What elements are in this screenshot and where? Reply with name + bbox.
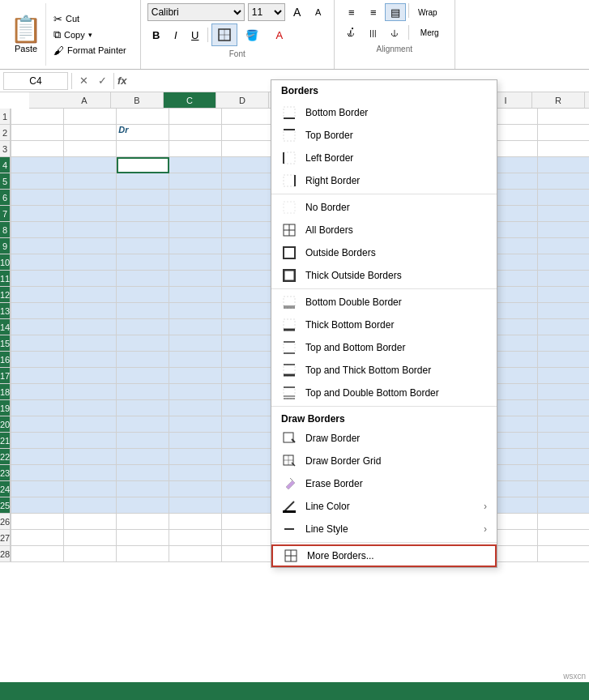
cell-r16-c3[interactable]	[169, 352, 222, 368]
cell-r16-c0[interactable]	[11, 352, 64, 368]
cell-r21-c1[interactable]	[64, 433, 117, 449]
cell-r24-c4[interactable]	[222, 481, 275, 497]
cell-r15-c4[interactable]	[222, 335, 275, 352]
cell-r11-c0[interactable]	[11, 271, 64, 287]
cell-r14-c1[interactable]	[64, 319, 117, 335]
cell-r18-c3[interactable]	[169, 384, 222, 400]
cell-r25-c4[interactable]	[222, 497, 275, 514]
top-border-item[interactable]: Top Border	[271, 124, 497, 147]
cell-r27-c3[interactable]	[169, 530, 222, 546]
cell-r22-c4[interactable]	[222, 449, 275, 465]
row-number-15[interactable]: 15	[0, 335, 11, 352]
draw-border-item[interactable]: Draw Border	[271, 427, 497, 450]
font-color-button[interactable]: A	[267, 23, 292, 46]
row-number-6[interactable]: 6	[0, 190, 11, 206]
cell-r3-c0[interactable]	[11, 141, 64, 157]
cell-r12-c0[interactable]	[11, 287, 64, 303]
cell-r23-c3[interactable]	[169, 465, 222, 481]
right-border-item[interactable]: Right Border	[271, 169, 497, 192]
cell-r23-c1[interactable]	[64, 465, 117, 481]
cell-r10-c2[interactable]	[117, 254, 169, 271]
cell-r6-c4[interactable]	[222, 190, 275, 206]
line-style-item[interactable]: Line Style ›	[271, 518, 497, 540]
cell-r16-c4[interactable]	[222, 352, 275, 368]
line-color-item[interactable]: Line Color ›	[271, 495, 497, 518]
col-header-R[interactable]: R	[532, 92, 585, 109]
col-header-B[interactable]: B	[111, 92, 164, 108]
cell-r23-c0[interactable]	[11, 465, 64, 481]
cell-r24-c3[interactable]	[169, 481, 222, 497]
cell-r7-c3[interactable]	[169, 206, 222, 222]
row-number-1[interactable]: 1	[0, 109, 11, 125]
cell-r12-c3[interactable]	[169, 287, 222, 303]
confirm-formula-button[interactable]: ✓	[94, 73, 110, 89]
top-double-bottom-border-item[interactable]: Top and Double Bottom Border	[271, 382, 497, 404]
cell-r8-c2[interactable]	[117, 222, 169, 238]
cell-r16-right-1[interactable]	[538, 352, 589, 368]
cell-r10-right-1[interactable]	[538, 254, 589, 271]
cell-r11-c2[interactable]	[117, 271, 169, 287]
cell-r17-c2[interactable]	[117, 368, 169, 384]
cell-r24-c1[interactable]	[64, 481, 117, 497]
cell-r27-c0[interactable]	[11, 530, 64, 546]
cell-r7-c1[interactable]	[64, 206, 117, 222]
cell-r24-c0[interactable]	[11, 481, 64, 497]
cell-r26-c1[interactable]	[64, 514, 117, 530]
cell-r24-c2[interactable]	[117, 481, 169, 497]
top-and-bottom-border-item[interactable]: Top and Bottom Border	[271, 336, 497, 359]
cell-r7-c0[interactable]	[11, 206, 64, 222]
font-size-select[interactable]: 11	[248, 3, 285, 21]
cell-r14-c4[interactable]	[222, 319, 275, 335]
cancel-formula-button[interactable]: ✕	[75, 73, 92, 89]
draw-border-grid-item[interactable]: Draw Border Grid	[271, 450, 497, 472]
cell-r13-right-1[interactable]	[538, 303, 589, 319]
row-number-4[interactable]: 4	[0, 157, 11, 173]
row-number-23[interactable]: 23	[0, 465, 11, 481]
cell-r14-c3[interactable]	[169, 319, 222, 335]
bottom-border-item[interactable]: Bottom Border	[271, 101, 497, 124]
row-number-12[interactable]: 12	[0, 287, 11, 303]
cell-r10-c1[interactable]	[64, 254, 117, 271]
italic-button[interactable]: I	[167, 26, 185, 44]
cell-r4-c0[interactable]	[11, 157, 64, 173]
cell-r7-c2[interactable]	[117, 206, 169, 222]
cell-r17-c1[interactable]	[64, 368, 117, 384]
cell-r20-right-1[interactable]	[538, 416, 589, 433]
cell-r3-c4[interactable]	[222, 141, 275, 157]
cell-r28-c1[interactable]	[64, 546, 117, 562]
cell-r6-c2[interactable]	[117, 190, 169, 206]
col-header-C[interactable]: C	[164, 92, 216, 108]
row-number-2[interactable]: 2	[0, 125, 11, 141]
cell-r5-c4[interactable]	[222, 173, 275, 190]
cell-r22-c0[interactable]	[11, 449, 64, 465]
row-number-8[interactable]: 8	[0, 222, 11, 238]
cell-r6-c1[interactable]	[64, 190, 117, 206]
cell-r1-c0[interactable]	[11, 109, 64, 125]
cell-r27-right-1[interactable]	[538, 530, 589, 546]
copy-dropdown-arrow[interactable]: ▾	[88, 31, 92, 39]
align-top-right-button[interactable]: ▤	[385, 3, 406, 21]
cell-r10-c4[interactable]	[222, 254, 275, 271]
col-header-S[interactable]: S	[585, 92, 589, 109]
merge-button[interactable]: Merg	[412, 23, 448, 41]
cell-r5-c2[interactable]	[117, 173, 169, 190]
decrease-font-size-button[interactable]: A	[309, 3, 327, 21]
align-center-button[interactable]: ⫼	[363, 23, 384, 41]
cell-r1-c1[interactable]	[64, 109, 117, 125]
cell-r17-c0[interactable]	[11, 368, 64, 384]
cell-r6-c3[interactable]	[169, 190, 222, 206]
cell-r9-c4[interactable]	[222, 238, 275, 254]
cell-r25-c0[interactable]	[11, 497, 64, 514]
cell-r21-right-1[interactable]	[538, 433, 589, 449]
align-top-left-button[interactable]: ≡	[341, 3, 362, 21]
row-number-9[interactable]: 9	[0, 238, 11, 254]
cell-r15-c1[interactable]	[64, 335, 117, 352]
cell-r8-c0[interactable]	[11, 222, 64, 238]
cell-r7-c4[interactable]	[222, 206, 275, 222]
row-number-17[interactable]: 17	[0, 368, 11, 384]
cell-r26-right-1[interactable]	[538, 514, 589, 530]
cell-r22-c3[interactable]	[169, 449, 222, 465]
row-number-26[interactable]: 26	[0, 514, 11, 530]
cell-r10-c3[interactable]	[169, 254, 222, 271]
row-number-24[interactable]: 24	[0, 481, 11, 497]
